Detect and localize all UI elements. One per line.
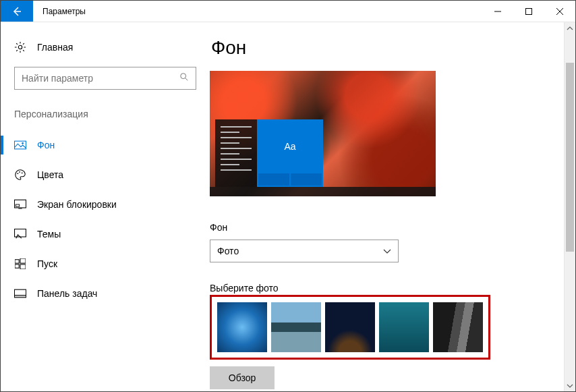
palette-icon: [14, 169, 26, 181]
preview-taskbar: [210, 187, 436, 196]
window-title: Параметры: [33, 1, 86, 22]
svg-rect-2: [526, 8, 532, 14]
svg-point-9: [22, 142, 24, 144]
vertical-scrollbar[interactable]: [564, 22, 575, 391]
sidebar-item-label: Экран блокировки: [37, 199, 117, 210]
sidebar-item-label: Панель задач: [37, 288, 97, 299]
sidebar: Главная Персонализация Фон Цвета Э: [1, 22, 210, 391]
svg-rect-19: [15, 264, 19, 268]
home-nav[interactable]: Главная: [1, 34, 210, 60]
start-icon: [14, 258, 26, 270]
preview-start-menu: Aa: [215, 119, 323, 187]
sidebar-item-start[interactable]: Пуск: [1, 249, 210, 279]
maximize-icon: [525, 8, 532, 15]
minimize-button[interactable]: [482, 1, 513, 22]
maximize-button[interactable]: [513, 1, 544, 22]
taskbar-icon: [14, 287, 26, 300]
background-label: Фон: [210, 222, 555, 233]
arrow-left-icon: [11, 6, 22, 17]
photo-thumb-2[interactable]: [271, 302, 321, 352]
chevron-down-icon: [567, 384, 573, 388]
photo-thumb-3[interactable]: [325, 302, 375, 352]
photo-thumb-5[interactable]: [433, 302, 483, 352]
browse-button-label: Обзор: [229, 372, 256, 383]
preview-tile-aa: Aa: [258, 121, 322, 172]
close-icon: [556, 8, 563, 15]
page-title: Фон: [210, 37, 555, 59]
photo-thumbnails-highlight: [210, 295, 490, 360]
scroll-thumb[interactable]: [566, 63, 574, 252]
sidebar-item-label: Цвета: [37, 169, 63, 180]
close-button[interactable]: [544, 1, 575, 22]
titlebar: Параметры: [1, 1, 575, 22]
main-panel: Фон Aa Фон: [210, 22, 575, 391]
section-title: Персонализация: [1, 105, 210, 130]
background-type-dropdown[interactable]: Фото: [210, 240, 399, 262]
svg-rect-16: [15, 229, 26, 237]
home-label: Главная: [37, 42, 73, 53]
sidebar-item-themes[interactable]: Темы: [1, 219, 210, 249]
photo-thumb-4[interactable]: [379, 302, 429, 352]
svg-rect-8: [14, 141, 26, 149]
scroll-up-button[interactable]: [565, 22, 575, 34]
svg-point-11: [19, 171, 20, 173]
svg-point-5: [18, 45, 22, 49]
themes-icon: [14, 228, 26, 240]
window-controls: [482, 1, 575, 22]
svg-line-7: [185, 78, 188, 81]
chevron-down-icon: [383, 246, 391, 256]
sidebar-item-label: Пуск: [37, 258, 57, 269]
chevron-up-icon: [567, 26, 573, 30]
lockscreen-icon: [14, 198, 26, 211]
svg-rect-14: [18, 208, 22, 208]
gear-icon: [14, 41, 26, 53]
minimize-icon: [494, 8, 501, 15]
scroll-down-button[interactable]: [565, 380, 575, 391]
browse-button[interactable]: Обзор: [210, 366, 275, 389]
svg-rect-17: [15, 260, 19, 263]
svg-rect-15: [16, 204, 19, 206]
desktop-preview: Aa: [210, 71, 436, 196]
picture-icon: [14, 139, 26, 151]
sidebar-item-label: Фон: [37, 140, 55, 150]
svg-point-6: [181, 74, 186, 79]
sidebar-item-colors[interactable]: Цвета: [1, 160, 210, 190]
svg-rect-18: [20, 258, 26, 263]
search-icon: [179, 72, 189, 84]
search-input[interactable]: [22, 73, 179, 84]
search-input-container[interactable]: [14, 67, 196, 90]
back-button[interactable]: [1, 1, 33, 22]
sidebar-item-taskbar[interactable]: Панель задач: [1, 279, 210, 308]
dropdown-value: Фото: [217, 246, 239, 256]
sidebar-item-lockscreen[interactable]: Экран блокировки: [1, 190, 210, 219]
choose-photo-label: Выберите фото: [210, 283, 555, 293]
photo-thumb-1[interactable]: [217, 302, 267, 352]
svg-rect-20: [20, 264, 26, 269]
svg-point-12: [22, 172, 23, 173]
sidebar-item-label: Темы: [37, 229, 61, 240]
sidebar-item-background[interactable]: Фон: [1, 130, 210, 160]
svg-point-10: [18, 173, 19, 174]
